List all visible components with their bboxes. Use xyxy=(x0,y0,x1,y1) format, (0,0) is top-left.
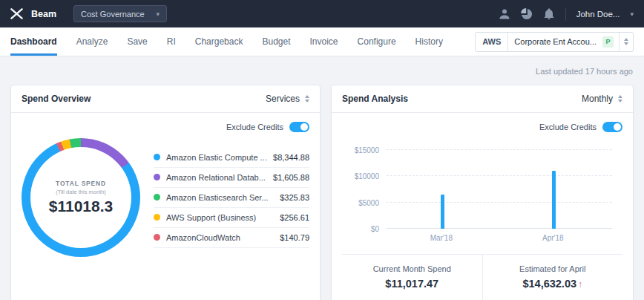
donut-center: TOTAL SPEND (Till date this month) $1101… xyxy=(30,147,131,248)
stat-label: Current Month Spend xyxy=(342,264,482,273)
stat-value: $14,632.03↑ xyxy=(483,278,623,290)
legend-name: AmazonCloudWatch xyxy=(166,233,274,242)
account-selector[interactable]: AWS Corporate Ent Accou... P xyxy=(475,32,634,52)
trend-up-icon: ↑ xyxy=(578,279,582,290)
legend-item: Amazon Relational Datab... $1,605.88 xyxy=(154,168,309,188)
donut-center-value: $11018.3 xyxy=(49,198,113,215)
legend-color-dot xyxy=(154,154,160,160)
account-name: Corporate Ent Accou... xyxy=(508,37,602,46)
legend-item: Amazon Elasticsearch Ser... $325.83 xyxy=(154,188,309,208)
tab-budget[interactable]: Budget xyxy=(262,27,290,56)
monthly-dropdown[interactable]: Monthly xyxy=(582,94,622,104)
y-tick-label: $10000 xyxy=(355,172,379,180)
legend-value: $325.83 xyxy=(280,193,309,202)
product-dropdown-label: Cost Governance xyxy=(81,10,145,19)
topbar-divider xyxy=(565,7,566,21)
card-title: Spend Overview xyxy=(22,94,91,104)
legend-name: Amazon Relational Datab... xyxy=(166,173,267,182)
legend-item: Amazon Elastic Compute ... $8,344.88 xyxy=(154,148,309,168)
legend-color-dot xyxy=(154,194,160,200)
y-tick-label: $0 xyxy=(371,225,379,233)
beam-logo-icon xyxy=(10,8,23,19)
chevron-down-icon: ▾ xyxy=(157,10,160,18)
spend-analysis-card: Spend Analysis Monthly Exclude Credits xyxy=(331,85,634,300)
stat-value-text: $14,632.03 xyxy=(522,278,576,290)
y-tick-label: $5000 xyxy=(358,198,379,206)
toggle-label: Exclude Credits xyxy=(539,123,597,131)
last-updated-text: Last updated 17 hours ago xyxy=(11,67,633,76)
legend-name: Amazon Elasticsearch Ser... xyxy=(166,193,274,202)
gridline xyxy=(387,149,612,150)
product-dropdown[interactable]: Cost Governance ▾ xyxy=(73,5,167,22)
tab-invoice[interactable]: Invoice xyxy=(310,27,338,56)
stat-label: Estimated for April xyxy=(483,264,623,273)
donut-center-label: TOTAL SPEND xyxy=(56,180,106,187)
legend-name: Amazon Elastic Compute ... xyxy=(166,153,267,162)
legend-item: AWS Support (Business) $256.61 xyxy=(154,208,309,228)
tab-chargeback[interactable]: Chargeback xyxy=(195,27,243,56)
y-tick-label: $15000 xyxy=(355,146,379,154)
legend-color-dot xyxy=(154,234,160,241)
tab-save[interactable]: Save xyxy=(127,27,147,56)
legend-color-dot xyxy=(154,214,160,221)
toggle-knob xyxy=(614,123,621,131)
legend-name: AWS Support (Business) xyxy=(166,213,274,222)
spend-analysis-header: Spend Analysis Monthly xyxy=(332,85,633,113)
tab-history[interactable]: History xyxy=(415,27,443,56)
brand-name: Beam xyxy=(31,9,56,19)
exclude-credits-toggle[interactable] xyxy=(289,122,309,132)
spend-legend: Amazon Elastic Compute ... $8,344.88 Ama… xyxy=(154,148,309,248)
main-nav: Dashboard Analyze Save RI Chargeback Bud… xyxy=(0,27,644,56)
legend-color-dot xyxy=(154,174,160,180)
services-dropdown[interactable]: Services xyxy=(266,94,309,104)
donut-center-sublabel: (Till date this month) xyxy=(56,189,106,195)
legend-value: $1,605.88 xyxy=(273,173,309,182)
dashboard-content: Last updated 17 hours ago Spend Overview… xyxy=(0,56,644,300)
chevron-down-icon: ▾ xyxy=(630,10,634,18)
spend-donut-chart: TOTAL SPEND (Till date this month) $1101… xyxy=(22,138,140,257)
monthly-dropdown-label: Monthly xyxy=(582,94,613,104)
x-tick-label: Apr'18 xyxy=(542,234,564,242)
spend-overview-body: Exclude Credits TOTAL SPEND (Till date t… xyxy=(11,113,320,257)
spend-overview-header: Spend Overview Services xyxy=(11,85,320,113)
spend-analysis-body: Exclude Credits $15000 $10000 $5000 $0 xyxy=(332,113,633,300)
pie-chart-icon[interactable] xyxy=(521,8,533,20)
toggle-label: Exclude Credits xyxy=(226,123,283,131)
tab-dashboard[interactable]: Dashboard xyxy=(10,27,57,56)
x-axis-line xyxy=(387,228,612,229)
user-menu[interactable]: John Doe... ▾ xyxy=(576,10,634,19)
sort-arrows-icon xyxy=(618,95,622,102)
exclude-credits-row: Exclude Credits xyxy=(342,122,622,132)
bar-apr18 xyxy=(552,171,556,229)
tab-configure[interactable]: Configure xyxy=(358,27,396,56)
legend-value: $8,344.88 xyxy=(273,153,309,162)
account-provider: AWS xyxy=(476,33,508,51)
stats-row: Current Month Spend $11,017.47 Estimated… xyxy=(342,254,622,300)
spend-overview-card: Spend Overview Services Exclude Credits xyxy=(10,85,321,300)
app: Beam Cost Governance ▾ John Doe... ▾ xyxy=(0,0,644,300)
stat-value-text: $11,017.47 xyxy=(385,278,438,290)
exclude-credits-toggle[interactable] xyxy=(602,122,622,132)
donut-and-legend: TOTAL SPEND (Till date this month) $1101… xyxy=(22,138,309,257)
bar-mar18 xyxy=(441,195,444,229)
monthly-bar-chart: $15000 $10000 $5000 $0 Mar'18 Apr'18 xyxy=(387,150,612,229)
services-dropdown-label: Services xyxy=(266,94,300,104)
tab-analyze[interactable]: Analyze xyxy=(76,27,108,56)
gridline xyxy=(387,175,612,176)
user-name: John Doe... xyxy=(576,10,620,19)
exclude-credits-row: Exclude Credits xyxy=(22,122,309,132)
x-tick-label: Mar'18 xyxy=(430,234,453,242)
current-month-spend-stat: Current Month Spend $11,017.47 xyxy=(342,255,482,300)
bell-icon[interactable] xyxy=(543,8,555,20)
tab-ri[interactable]: RI xyxy=(167,27,176,56)
topbar-left: Beam Cost Governance ▾ xyxy=(10,5,167,22)
user-icon[interactable] xyxy=(499,8,510,20)
legend-value: $256.61 xyxy=(280,213,309,222)
cards-row: Spend Overview Services Exclude Credits xyxy=(10,85,634,300)
topbar-right: John Doe... ▾ xyxy=(499,7,634,21)
sort-arrows-icon xyxy=(305,95,309,102)
payer-badge: P xyxy=(602,36,614,48)
estimated-spend-stat: Estimated for April $14,632.03↑ xyxy=(482,255,623,300)
toggle-knob xyxy=(300,123,308,131)
legend-value: $140.79 xyxy=(280,233,309,242)
